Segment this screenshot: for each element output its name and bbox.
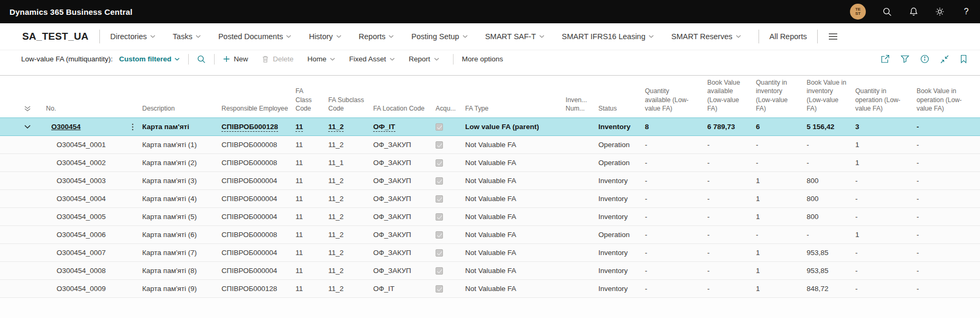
cell-qty-in-inventory[interactable]: 1 <box>754 190 805 208</box>
acquired-checkbox[interactable] <box>436 249 443 257</box>
column-header-qty-operation[interactable]: Quantity in operation (Low- value FA) <box>853 76 914 118</box>
cell-qty-in-inventory[interactable]: - <box>754 154 805 172</box>
menu-report[interactable]: Report <box>409 55 439 63</box>
table-row[interactable]: O300454_0005Карта пам'яті (5)СПІВРОБ0000… <box>0 208 980 226</box>
cell-book-value-available[interactable]: - <box>705 154 754 172</box>
cell-row-selector[interactable] <box>0 172 40 190</box>
cell-responsible-employee[interactable]: СПІВРОБ000004 <box>219 172 293 190</box>
acquired-checkbox[interactable] <box>436 231 443 239</box>
cell-description[interactable]: Карта пам'яті (5) <box>140 208 219 226</box>
cell-acquired-checkbox[interactable] <box>433 226 463 244</box>
cell-book-value-available[interactable]: - <box>705 172 754 190</box>
cell-fa-type[interactable]: Not Valuable FA <box>463 226 563 244</box>
cell-qty-available[interactable]: - <box>643 280 705 298</box>
nav-item-smart-reserves[interactable]: SMART Reserves <box>671 32 741 41</box>
cell-fa-subclass-code[interactable]: 11_2 <box>326 208 371 226</box>
cell-status[interactable]: Inventory <box>596 208 643 226</box>
cell-book-value-in-inventory[interactable]: 953,85 <box>805 244 853 262</box>
column-header-bv-inventory[interactable]: Book Value in inventory (Low-value FA) <box>805 76 853 118</box>
cell-fa-location-code[interactable]: ОФ_ЗАКУП <box>371 190 433 208</box>
cell-fa-class-code[interactable]: 11 <box>293 136 326 154</box>
no-link[interactable]: O300454_0009 <box>57 285 106 293</box>
hamburger-menu-icon[interactable] <box>828 33 838 40</box>
cell-book-value-in-inventory[interactable]: 800 <box>805 190 853 208</box>
cell-book-value-available[interactable]: - <box>705 262 754 280</box>
table-row[interactable]: O300454_0001Карта пам'яті (1)СПІВРОБ0000… <box>0 136 980 154</box>
cell-acquired-checkbox[interactable] <box>433 172 463 190</box>
cell-inventory-number[interactable] <box>563 154 596 172</box>
cell-no[interactable]: O300454 <box>40 118 140 136</box>
cell-description[interactable]: Карта пам'яті (7) <box>140 244 219 262</box>
cell-acquired-checkbox[interactable] <box>433 262 463 280</box>
cell-status[interactable]: Inventory <box>596 244 643 262</box>
cell-qty-available[interactable]: - <box>643 190 705 208</box>
cell-no[interactable]: O300454_0002 <box>40 154 140 172</box>
list-search-icon[interactable] <box>197 55 206 63</box>
cell-responsible-employee[interactable]: СПІВРОБ000008 <box>219 226 293 244</box>
column-header-qty-available[interactable]: Quantity available (Low- value FA) <box>643 76 705 118</box>
table-row[interactable]: O300454Карта пам'ятіСПІВРОБ0001281111_2О… <box>0 118 980 136</box>
cell-book-value-available[interactable]: - <box>705 190 754 208</box>
drilldown-value[interactable]: 11_2 <box>328 123 344 132</box>
cell-no[interactable]: O300454_0007 <box>40 244 140 262</box>
cell-no[interactable]: O300454_0003 <box>40 172 140 190</box>
cell-fa-class-code[interactable]: 11 <box>293 262 326 280</box>
table-row[interactable]: O300454_0002Карта пам'яті (2)СПІВРОБ0000… <box>0 154 980 172</box>
cell-qty-in-operation[interactable]: - <box>853 208 914 226</box>
cell-acquired-checkbox[interactable] <box>433 244 463 262</box>
cell-status[interactable]: Inventory <box>596 118 643 136</box>
cell-acquired-checkbox[interactable] <box>433 136 463 154</box>
cell-row-selector[interactable] <box>0 262 40 280</box>
cell-row-selector[interactable] <box>0 118 40 136</box>
cell-status[interactable]: Inventory <box>596 262 643 280</box>
acquired-checkbox[interactable] <box>436 285 443 293</box>
cell-fa-class-code[interactable]: 11 <box>293 118 326 136</box>
cell-book-value-in-operation[interactable]: - <box>914 280 980 298</box>
menu-fixed-asset[interactable]: Fixed Asset <box>349 55 395 63</box>
table-row[interactable]: O300454_0003Карта пам'яті (3)СПІВРОБ0000… <box>0 172 980 190</box>
cell-description[interactable]: Карта пам'яті (3) <box>140 172 219 190</box>
cell-status[interactable]: Inventory <box>596 280 643 298</box>
nav-item-posted-documents[interactable]: Posted Documents <box>218 32 292 41</box>
menu-home[interactable]: Home <box>307 55 335 63</box>
cell-fa-location-code[interactable]: ОФ_ЗАКУП <box>371 262 433 280</box>
no-link[interactable]: O300454_0007 <box>57 249 106 257</box>
cell-qty-in-inventory[interactable]: - <box>754 136 805 154</box>
cell-qty-in-operation[interactable]: - <box>853 280 914 298</box>
cell-qty-available[interactable]: - <box>643 226 705 244</box>
cell-fa-location-code[interactable]: ОФ_ЗАКУП <box>371 172 433 190</box>
cell-fa-subclass-code[interactable]: 11_2 <box>326 190 371 208</box>
cell-inventory-number[interactable] <box>563 244 596 262</box>
new-button[interactable]: New <box>223 55 248 63</box>
cell-fa-class-code[interactable]: 11 <box>293 208 326 226</box>
cell-row-selector[interactable] <box>0 154 40 172</box>
cell-qty-in-operation[interactable]: - <box>853 262 914 280</box>
cell-book-value-in-operation[interactable]: - <box>914 136 980 154</box>
no-link[interactable]: O300454_0008 <box>57 267 106 275</box>
column-header-fa-subclass[interactable]: FA Subclass Code <box>326 76 371 118</box>
nav-item-all-reports[interactable]: All Reports <box>770 32 807 41</box>
cell-inventory-number[interactable] <box>563 118 596 136</box>
cell-book-value-in-operation[interactable]: - <box>914 226 980 244</box>
cell-qty-in-inventory[interactable]: - <box>754 226 805 244</box>
no-link[interactable]: O300454_0003 <box>57 177 106 185</box>
no-link[interactable]: O300454 <box>51 123 81 131</box>
cell-row-selector[interactable] <box>0 280 40 298</box>
cell-fa-location-code[interactable]: ОФ_ЗАКУП <box>371 154 433 172</box>
cell-fa-location-code[interactable]: ОФ_ІТ <box>371 118 433 136</box>
cell-fa-class-code[interactable]: 11 <box>293 154 326 172</box>
cell-responsible-employee[interactable]: СПІВРОБ000128 <box>219 118 293 136</box>
cell-fa-type[interactable]: Not Valuable FA <box>463 208 563 226</box>
cell-fa-type[interactable]: Not Valuable FA <box>463 280 563 298</box>
column-header-acquired[interactable]: Acqu... <box>433 76 463 118</box>
column-header-fa-class[interactable]: FA Class Code <box>293 76 326 118</box>
cell-fa-type[interactable]: Not Valuable FA <box>463 154 563 172</box>
cell-inventory-number[interactable] <box>563 190 596 208</box>
nav-item-reports[interactable]: Reports <box>359 32 394 41</box>
row-context-menu-icon[interactable] <box>132 123 134 131</box>
cell-inventory-number[interactable] <box>563 262 596 280</box>
cell-acquired-checkbox[interactable] <box>433 118 463 136</box>
cell-qty-available[interactable]: - <box>643 136 705 154</box>
cell-responsible-employee[interactable]: СПІВРОБ000004 <box>219 262 293 280</box>
cell-book-value-available[interactable]: 6 789,73 <box>705 118 754 136</box>
